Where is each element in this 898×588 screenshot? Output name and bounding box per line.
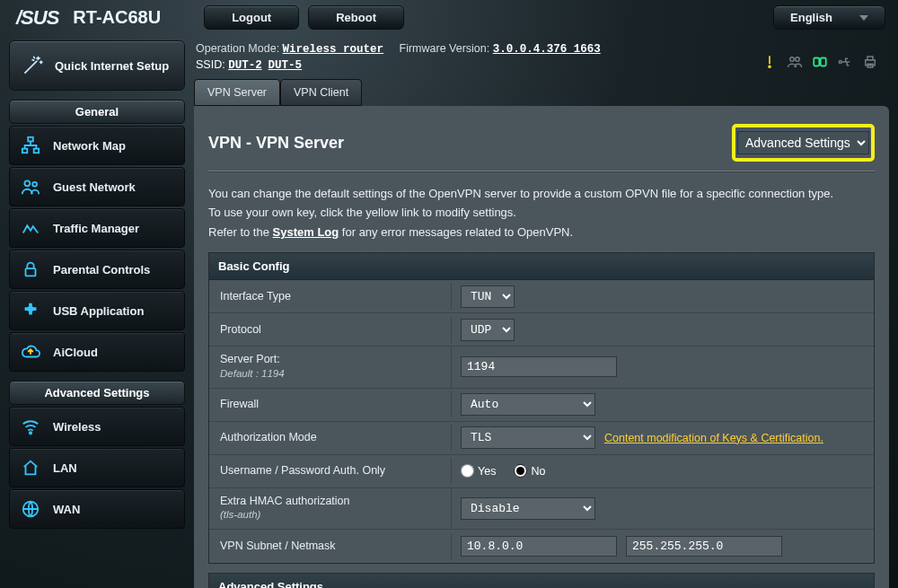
- page-mode-select[interactable]: Advanced Settings: [737, 131, 869, 154]
- guest-network-icon: [19, 176, 42, 197]
- sidebar-item-aicloud[interactable]: AiCloud: [9, 332, 185, 372]
- home-icon: [19, 457, 42, 478]
- users-icon[interactable]: [787, 54, 803, 70]
- select-protocol[interactable]: UDP: [461, 319, 515, 341]
- label-interface-type: Interface Type: [209, 284, 452, 311]
- advanced-section-header: Advanced Settings: [209, 574, 874, 588]
- ssid1-link[interactable]: DUT-2: [228, 59, 262, 72]
- sidebar-item-wireless[interactable]: Wireless: [9, 407, 185, 446]
- advanced-header: Advanced Settings: [9, 381, 185, 405]
- divider: [208, 171, 875, 171]
- svg-rect-9: [28, 137, 33, 142]
- input-vpn-subnet[interactable]: [461, 536, 617, 557]
- basic-config-table: Basic Config Interface Type TUN Protocol…: [208, 252, 875, 564]
- sidebar-item-wan[interactable]: WAN: [9, 489, 185, 529]
- label-hmac: Extra HMAC authorization(tls-auth): [209, 488, 452, 529]
- radio-no-label: No: [531, 465, 545, 478]
- label-protocol: Protocol: [209, 317, 452, 344]
- svg-point-1: [790, 57, 795, 62]
- svg-rect-3: [814, 58, 819, 66]
- printer-icon[interactable]: [862, 54, 878, 70]
- nav-label: LAN: [53, 461, 77, 475]
- radio-userpass-no[interactable]: [514, 464, 527, 478]
- page-title: VPN - VPN Server: [208, 134, 344, 153]
- tab-vpn-server[interactable]: VPN Server: [194, 79, 280, 106]
- label-subnet: VPN Subnet / Netmask: [209, 533, 452, 560]
- usb-icon[interactable]: [837, 54, 853, 70]
- model-label: RT-AC68U: [73, 7, 161, 28]
- basic-config-header: Basic Config: [209, 253, 874, 280]
- select-auth-mode[interactable]: TLS: [461, 426, 595, 449]
- keys-certification-link[interactable]: Content modification of Keys & Certifica…: [604, 432, 823, 444]
- svg-point-2: [796, 57, 800, 62]
- label-server-port: Server Port:Default : 1194: [209, 347, 452, 387]
- svg-rect-11: [34, 149, 39, 154]
- tab-vpn-client[interactable]: VPN Client: [280, 79, 362, 106]
- ssid2-link[interactable]: DUT-5: [269, 59, 303, 72]
- puzzle-icon: [19, 300, 42, 321]
- status-icon-row: [762, 54, 878, 70]
- sidebar-item-traffic-manager[interactable]: Traffic Manager: [9, 208, 185, 248]
- nav-label: Traffic Manager: [53, 222, 139, 235]
- reboot-button[interactable]: Reboot: [308, 5, 404, 30]
- language-select[interactable]: English: [773, 5, 885, 30]
- wifi-icon: [19, 416, 42, 437]
- svg-point-12: [24, 180, 30, 186]
- svg-rect-7: [867, 57, 873, 60]
- quick-setup-label: Quick Internet Setup: [55, 59, 169, 73]
- input-server-port[interactable]: [461, 356, 617, 377]
- system-log-link[interactable]: System Log: [273, 225, 339, 239]
- label-firewall: Firewall: [209, 391, 452, 418]
- operation-mode-link[interactable]: Wireless router: [283, 43, 384, 56]
- select-hmac[interactable]: Disable: [461, 497, 595, 520]
- globe-icon: [19, 498, 42, 520]
- nav-label: Wireless: [53, 420, 101, 434]
- svg-rect-10: [22, 149, 27, 154]
- svg-point-15: [30, 432, 31, 434]
- sidebar-item-guest-network[interactable]: Guest Network: [9, 167, 185, 206]
- svg-rect-14: [26, 268, 36, 276]
- radio-yes-label: Yes: [478, 465, 496, 478]
- sidebar-item-parental-controls[interactable]: Parental Controls: [9, 250, 185, 289]
- svg-point-0: [769, 66, 770, 67]
- language-label: English: [790, 11, 832, 24]
- label-auth-mode: Authorization Mode: [209, 425, 452, 452]
- svg-rect-4: [821, 58, 826, 66]
- brand-logo: /SUS: [16, 6, 62, 30]
- nav-label: Network Map: [53, 139, 126, 153]
- traffic-icon: [19, 217, 42, 239]
- description-text: You can change the default settings of t…: [208, 184, 875, 241]
- link-icon[interactable]: [812, 54, 828, 70]
- nav-label: Parental Controls: [53, 263, 150, 276]
- select-firewall[interactable]: Auto: [461, 393, 595, 416]
- radio-userpass-yes[interactable]: [461, 464, 474, 478]
- svg-point-13: [32, 182, 37, 187]
- quick-internet-setup[interactable]: Quick Internet Setup: [9, 40, 185, 91]
- sidebar-item-usb-application[interactable]: USB Application: [9, 291, 185, 330]
- nav-label: WAN: [53, 503, 80, 516]
- nav-label: USB Application: [53, 304, 144, 318]
- nav-label: AiCloud: [53, 346, 98, 359]
- label-userpass-only: Username / Password Auth. Only: [209, 458, 452, 485]
- nav-label: Guest Network: [53, 180, 136, 194]
- page-mode-highlight: Advanced Settings: [732, 124, 875, 162]
- lock-icon: [19, 259, 42, 280]
- network-map-icon: [19, 135, 42, 156]
- firmware-link[interactable]: 3.0.0.4.376_1663: [493, 43, 601, 56]
- logout-button[interactable]: Logout: [204, 5, 299, 30]
- sidebar-item-lan[interactable]: LAN: [9, 448, 185, 487]
- chevron-down-icon: [859, 15, 868, 21]
- general-header: General: [9, 100, 185, 124]
- advanced-section: Advanced Settings: [208, 573, 875, 588]
- svg-point-5: [839, 61, 841, 64]
- cloud-icon: [19, 341, 42, 363]
- alert-icon[interactable]: [762, 54, 778, 70]
- sidebar-item-network-map[interactable]: Network Map: [9, 126, 185, 165]
- wand-icon: [21, 54, 44, 77]
- select-interface-type[interactable]: TUN: [461, 285, 515, 308]
- input-vpn-netmask[interactable]: [626, 536, 782, 557]
